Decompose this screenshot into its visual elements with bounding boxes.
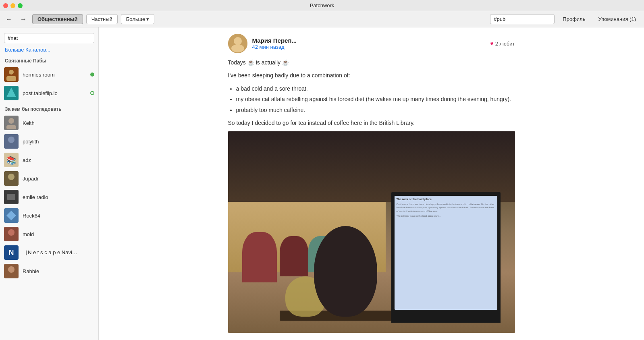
channel-search-input[interactable] (4, 33, 94, 43)
user-name: adz (23, 157, 94, 163)
top-navigation: ← → Общественный Частный Больше ▾ Профил… (0, 11, 644, 27)
user-name: Rock64 (23, 213, 94, 219)
suggestions-section-title: За кем бы последовать (0, 102, 98, 114)
chair-2 (280, 236, 308, 276)
mentions-button[interactable]: Упоминания (1) (593, 15, 641, 24)
post-container: Мария Переп... 42 мин назад ♥ 2 любит To… (218, 27, 525, 339)
post-likes[interactable]: ♥ 2 любит (490, 40, 515, 47)
svg-rect-7 (6, 125, 16, 129)
post-line-2: I've been sleeping badly due to a combin… (228, 71, 515, 80)
avatar (4, 116, 19, 130)
app-title: Patchwork (310, 2, 334, 8)
sidebar-item-keith[interactable]: Keith (0, 114, 98, 132)
post-header: Мария Переп... 42 мин назад ♥ 2 любит (228, 34, 515, 53)
svg-rect-2 (6, 76, 16, 81)
tab-public[interactable]: Общественный (32, 14, 83, 24)
svg-point-9 (8, 137, 15, 143)
maximize-button[interactable] (18, 3, 23, 8)
sidebar-item-moid[interactable]: moid (0, 225, 98, 243)
user-name: emile radio (23, 194, 94, 200)
post-meta: Мария Переп... 42 мин назад (252, 37, 490, 50)
list-item: probably too much caffeine. (236, 106, 515, 114)
avatar (4, 264, 19, 278)
post-body: Todays ☕ is actually ☕ I've been sleepin… (228, 58, 515, 333)
svg-point-23 (234, 37, 242, 45)
user-name: ［N e t s c a p e Navi… (23, 249, 94, 256)
chevron-down-icon: ▾ (146, 16, 149, 22)
status-indicator (90, 73, 94, 77)
sidebar-item-rabble[interactable]: Rabble (0, 262, 98, 280)
cafe-teapot (314, 226, 377, 317)
likes-count: 2 любит (495, 41, 515, 47)
close-button[interactable] (3, 3, 8, 8)
more-channels-link[interactable]: Больше Каналов... (0, 46, 98, 54)
user-name: moid (23, 231, 94, 237)
pub-name: post.tableflip.io (23, 90, 86, 96)
main-content[interactable]: Мария Переп... 42 мин назад ♥ 2 любит To… (99, 27, 644, 340)
avatar (4, 67, 19, 82)
cafe-ceiling (228, 131, 515, 202)
post-image: The rock or the hard place On the one ha… (228, 131, 515, 333)
svg-point-1 (9, 70, 14, 75)
user-name: Keith (23, 120, 94, 126)
status-indicator (90, 91, 94, 95)
avatar (4, 227, 19, 241)
post-author-avatar (228, 34, 247, 53)
minimize-button[interactable] (10, 3, 15, 8)
sidebar-item-adz[interactable]: 📚 adz (0, 151, 98, 169)
avatar (4, 208, 19, 223)
avatar (4, 190, 19, 204)
list-item: my obese cat alfafa rebelling against hi… (236, 95, 515, 104)
chair-1 (242, 232, 276, 282)
sidebar-item-jupadr[interactable]: Jupadr (0, 169, 98, 188)
svg-point-6 (8, 118, 14, 124)
list-item: a bad cold and a sore throat. (236, 84, 515, 93)
post-author-name: Мария Переп... (252, 37, 490, 44)
sidebar-item-hermies-room[interactable]: hermies room (0, 65, 98, 84)
titlebar: Patchwork (0, 0, 644, 11)
post-list: a bad cold and a sore throat. my obese c… (236, 84, 515, 114)
main-layout: Больше Каналов... Связанные Пабы hermies… (0, 27, 644, 340)
back-button[interactable]: ← (3, 15, 15, 24)
svg-text:📚: 📚 (6, 155, 17, 165)
profile-button[interactable]: Профиль (558, 15, 590, 24)
svg-point-13 (8, 174, 15, 180)
cafe-background: The rock or the hard place On the one ha… (228, 131, 515, 333)
user-name: polylith (23, 139, 94, 145)
avatar (4, 86, 19, 100)
sidebar-item-rock64[interactable]: Rock64 (0, 206, 98, 225)
pubs-section-title: Связанные Пабы (0, 54, 98, 65)
forward-button[interactable]: → (18, 15, 29, 24)
sidebar: Больше Каналов... Связанные Пабы hermies… (0, 27, 99, 340)
sidebar-item-netscape[interactable]: N ［N e t s c a p e Navi… (0, 243, 98, 262)
sidebar-item-tableflip[interactable]: post.tableflip.io (0, 84, 98, 102)
svg-point-19 (8, 229, 15, 236)
window-controls (3, 3, 23, 8)
sidebar-scroll[interactable]: Больше Каналов... Связанные Пабы hermies… (0, 27, 98, 340)
user-name: Rabble (23, 268, 94, 274)
avatar: N (4, 245, 19, 260)
sidebar-item-emile-radio[interactable]: emile radio (0, 188, 98, 206)
post-line-3: So today I decided to go for tea instead… (228, 118, 515, 127)
tab-private[interactable]: Частный (86, 14, 118, 24)
more-label: Больше (126, 16, 145, 22)
svg-rect-15 (7, 194, 15, 200)
sidebar-item-polylith[interactable]: polylith (0, 132, 98, 151)
svg-point-24 (231, 44, 244, 52)
laptop-screen: The rock or the hard place On the one ha… (395, 196, 497, 310)
post-timestamp[interactable]: 42 мин назад (252, 44, 490, 50)
avatar (4, 171, 19, 186)
post-line-1: Todays ☕ is actually ☕ (228, 58, 515, 67)
user-name: Jupadr (23, 176, 94, 182)
svg-point-21 (8, 266, 15, 273)
tab-more[interactable]: Больше ▾ (121, 14, 155, 24)
avatar: 📚 (4, 153, 19, 167)
pub-search-input[interactable] (490, 14, 555, 24)
avatar (4, 134, 19, 149)
heart-icon: ♥ (490, 40, 493, 47)
pub-name: hermies room (23, 72, 86, 78)
cafe-laptop: The rock or the hard place On the one ha… (391, 192, 501, 323)
